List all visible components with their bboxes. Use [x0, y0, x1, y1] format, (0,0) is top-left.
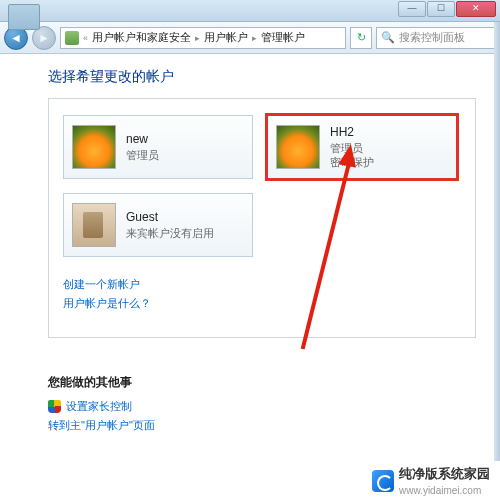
minimize-button[interactable]: —	[398, 1, 426, 17]
search-input[interactable]: 🔍 搜索控制面板	[376, 27, 496, 49]
other-actions: 您能做的其他事 设置家长控制 转到主"用户帐户"页面	[48, 374, 490, 433]
account-card-new[interactable]: new 管理员	[63, 115, 253, 179]
breadcrumb-seg[interactable]: 用户帐户	[204, 30, 248, 45]
annotation-arrow-head	[338, 143, 360, 168]
window-thumb	[8, 4, 40, 30]
refresh-button[interactable]: ↻	[350, 27, 372, 49]
other-heading: 您能做的其他事	[48, 374, 490, 391]
close-button[interactable]: ✕	[456, 1, 496, 17]
maximize-button[interactable]: ☐	[427, 1, 455, 17]
avatar-icon	[72, 125, 116, 169]
watermark-logo-icon	[372, 470, 394, 492]
account-role: 管理员	[126, 148, 159, 163]
titlebar: — ☐ ✕	[0, 0, 500, 22]
shield-icon	[48, 400, 61, 413]
accounts-panel: new 管理员 HH2 管理员 密码保护 Guest 来宾帐户没有启用	[48, 98, 476, 338]
content-area: 选择希望更改的帐户 new 管理员 HH2 管理员 密码保护	[0, 54, 500, 447]
create-account-link[interactable]: 创建一个新帐户	[63, 277, 461, 292]
goto-main-link[interactable]: 转到主"用户帐户"页面	[48, 418, 155, 433]
window-controls: — ☐ ✕	[398, 1, 496, 17]
avatar-icon	[72, 203, 116, 247]
account-card-hh2[interactable]: HH2 管理员 密码保护	[267, 115, 457, 179]
breadcrumb-seg[interactable]: 用户帐户和家庭安全	[92, 30, 191, 45]
watermark-title: 纯净版系统家园	[399, 466, 490, 481]
account-links: 创建一个新帐户 用户帐户是什么？	[63, 277, 461, 311]
account-name: new	[126, 131, 159, 148]
window-edge	[494, 22, 500, 461]
page-heading: 选择希望更改的帐户	[48, 68, 490, 86]
search-icon: 🔍	[381, 31, 395, 44]
chevron-icon: ▸	[193, 33, 202, 43]
account-name: HH2	[330, 124, 374, 141]
address-bar[interactable]: « 用户帐户和家庭安全 ▸ 用户帐户 ▸ 管理帐户	[60, 27, 346, 49]
control-panel-icon	[65, 31, 79, 45]
search-placeholder: 搜索控制面板	[399, 30, 465, 45]
account-info: Guest 来宾帐户没有启用	[126, 209, 214, 240]
chevron-icon: ▸	[250, 33, 259, 43]
watermark-url: www.yidaimei.com	[399, 485, 481, 496]
navbar: ◄ ► « 用户帐户和家庭安全 ▸ 用户帐户 ▸ 管理帐户 ↻ 🔍 搜索控制面板	[0, 22, 500, 54]
account-card-guest[interactable]: Guest 来宾帐户没有启用	[63, 193, 253, 257]
parental-controls-link[interactable]: 设置家长控制	[66, 399, 132, 414]
account-name: Guest	[126, 209, 214, 226]
what-is-account-link[interactable]: 用户帐户是什么？	[63, 296, 461, 311]
chevron-icon: «	[81, 33, 90, 43]
account-status: 来宾帐户没有启用	[126, 226, 214, 241]
account-info: new 管理员	[126, 131, 159, 162]
breadcrumb-seg[interactable]: 管理帐户	[261, 30, 305, 45]
avatar-icon	[276, 125, 320, 169]
watermark: 纯净版系统家园 www.yidaimei.com	[372, 465, 490, 497]
